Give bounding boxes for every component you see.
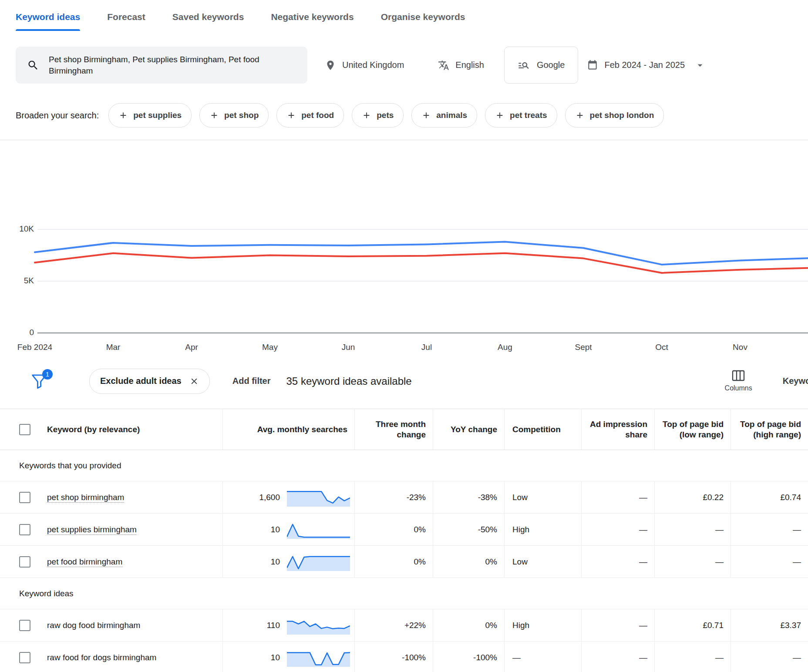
section-title: Keyword ideas <box>19 589 74 598</box>
x-tick-label: Nov <box>733 343 747 352</box>
x-tick-label: Feb 2024 <box>17 343 52 352</box>
col-avg-monthly-searches[interactable]: Avg. monthly searches <box>222 409 354 450</box>
row-checkbox[interactable] <box>19 556 30 568</box>
checkbox-cell <box>0 481 39 513</box>
table-row-pet-supplies-birmingham: pet supplies birmingham100%-50%High——— <box>0 514 808 546</box>
columns-icon <box>732 370 745 381</box>
keyword-link[interactable]: pet supplies birmingham <box>47 525 137 534</box>
tab-saved-keywords[interactable]: Saved keywords <box>172 0 244 34</box>
col-ad-impression-share[interactable]: Ad impression share <box>581 409 654 450</box>
checkbox-cell <box>0 514 39 545</box>
avg-monthly-searches-value: 10 <box>271 557 280 567</box>
col-bid-low[interactable]: Top of page bid (low range) <box>654 409 731 450</box>
location-selector[interactable]: United Kingdom <box>325 60 404 71</box>
yoy-change-value: -100% <box>433 642 504 672</box>
broaden-chip-pet-shop-london[interactable]: pet shop london <box>565 103 664 128</box>
table-row-pet-shop-birmingham: pet shop birmingham1,600-23%-38%Low—£0.2… <box>0 481 808 514</box>
row-checkbox[interactable] <box>19 652 30 663</box>
three-month-change-value: 0% <box>354 514 433 545</box>
avg-monthly-searches-value: 110 <box>267 621 280 630</box>
bid-low-value: — <box>654 514 731 545</box>
avg-monthly-searches-cell: 10 <box>222 546 354 578</box>
bid-high-value: £0.74 <box>731 481 808 513</box>
search-trend-sparkline <box>287 520 350 539</box>
broaden-chip-pets[interactable]: pets <box>352 103 404 128</box>
network-selector[interactable]: Google <box>504 47 579 84</box>
x-tick-label: Apr <box>185 343 198 352</box>
keyword-link[interactable]: raw dog food birmingham <box>47 621 140 630</box>
broaden-chip-pet-treats[interactable]: pet treats <box>485 103 557 128</box>
broaden-chip-animals[interactable]: animals <box>411 103 477 128</box>
y-tick-label: 10K <box>0 224 34 234</box>
columns-button[interactable]: Columns <box>725 370 752 392</box>
network-label: Google <box>537 60 565 70</box>
avg-monthly-searches-cell: 1,600 <box>222 481 354 513</box>
ad-impression-share-value: — <box>581 642 654 672</box>
language-selector[interactable]: English <box>438 60 484 71</box>
bid-high-value: £3.37 <box>731 609 808 641</box>
col-competition[interactable]: Competition <box>504 409 581 450</box>
keyword-link[interactable]: raw food for dogs birmingham <box>47 653 156 662</box>
yoy-change-value: -50% <box>433 514 504 545</box>
select-all-checkbox[interactable] <box>19 424 30 435</box>
search-trend-sparkline <box>287 488 350 507</box>
tab-bar: Keyword ideasForecastSaved keywordsNegat… <box>0 0 808 34</box>
keyword-cell: pet supplies birmingham <box>39 514 222 545</box>
search-trend-sparkline <box>287 648 350 667</box>
plus-icon <box>286 111 296 120</box>
col-yoy-change[interactable]: YoY change <box>433 409 504 450</box>
competition-value: Low <box>504 481 581 513</box>
bid-high-value: — <box>731 546 808 578</box>
x-tick-label: Aug <box>498 343 512 352</box>
exclude-adult-ideas-chip[interactable]: Exclude adult ideas <box>89 369 210 394</box>
keyword-ideas-count: 35 keyword ideas available <box>286 375 412 387</box>
keyword-query-input[interactable]: Pet shop Birmingham, Pet supplies Birmin… <box>49 54 266 77</box>
checkbox-cell <box>0 642 39 672</box>
close-icon[interactable] <box>189 376 199 386</box>
avg-monthly-searches-cell: 10 <box>222 514 354 545</box>
plus-icon <box>118 111 128 120</box>
col-keyword[interactable]: Keyword (by relevance) <box>39 409 222 450</box>
chevron-down-icon <box>694 60 706 71</box>
keyword-link[interactable]: pet food birmingham <box>47 557 122 567</box>
table-row-raw-dog-food-birmingham: raw dog food birmingham110+22%0%High—£0.… <box>0 609 808 642</box>
x-tick-label: Sept <box>575 343 592 352</box>
search-icon <box>27 59 39 71</box>
checkbox-cell <box>0 546 39 578</box>
search-network-icon <box>518 59 530 71</box>
bid-low-value: — <box>654 546 731 578</box>
keyword-view-label[interactable]: Keywor <box>783 376 808 386</box>
row-checkbox[interactable] <box>19 620 30 631</box>
filter-button[interactable]: 1 <box>31 373 48 390</box>
competition-value: — <box>504 642 581 672</box>
table-body: Keywords that you providedpet shop birmi… <box>0 450 808 672</box>
tab-forecast[interactable]: Forecast <box>107 0 145 34</box>
add-filter-button[interactable]: Add filter <box>232 376 271 386</box>
broaden-chip-pet-supplies[interactable]: pet supplies <box>108 103 192 128</box>
section-header-keywords-that-you-provided: Keywords that you provided <box>0 450 808 481</box>
table-row-pet-food-birmingham: pet food birmingham100%0%Low——— <box>0 546 808 578</box>
translate-icon <box>438 60 449 71</box>
bid-low-value: £0.71 <box>654 609 731 641</box>
filter-count-badge: 1 <box>42 369 53 380</box>
ad-impression-share-value: — <box>581 546 654 578</box>
bid-high-value: — <box>731 514 808 545</box>
row-checkbox[interactable] <box>19 524 30 535</box>
tab-organise-keywords[interactable]: Organise keywords <box>381 0 465 34</box>
row-checkbox[interactable] <box>19 492 30 503</box>
select-all-cell <box>0 409 39 450</box>
bid-low-value: — <box>654 642 731 672</box>
broaden-chip-pet-food[interactable]: pet food <box>276 103 344 128</box>
tab-keyword-ideas[interactable]: Keyword ideas <box>16 0 80 34</box>
col-three-month-change[interactable]: Three month change <box>354 409 433 450</box>
col-bid-high[interactable]: Top of page bid (high range) <box>731 409 808 450</box>
x-tick-label: May <box>262 343 278 352</box>
competition-value: High <box>504 514 581 545</box>
keyword-link[interactable]: pet shop birmingham <box>47 493 124 502</box>
keyword-search-box[interactable]: Pet shop Birmingham, Pet supplies Birmin… <box>16 47 307 84</box>
filter-toolbar: 1 Exclude adult ideas Add filter 35 keyw… <box>0 353 808 409</box>
tab-negative-keywords[interactable]: Negative keywords <box>271 0 354 34</box>
date-range-selector[interactable]: Feb 2024 - Jan 2025 <box>587 60 706 71</box>
broaden-chip-pet-shop[interactable]: pet shop <box>199 103 269 128</box>
avg-monthly-searches-value: 1,600 <box>259 493 280 502</box>
